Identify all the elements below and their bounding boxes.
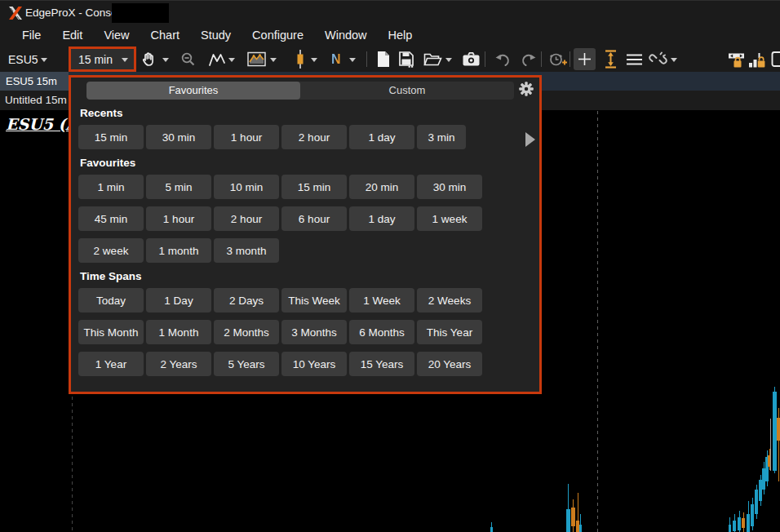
timeframe-option[interactable]: 1 Day — [146, 288, 211, 313]
timeframe-option[interactable]: Today — [78, 288, 144, 313]
open-folder-caret-icon[interactable] — [445, 47, 452, 72]
open-folder-icon[interactable] — [423, 47, 442, 72]
chart-title: ESU5 (A — [6, 115, 78, 133]
timeframe-selector[interactable]: 15 min — [69, 47, 136, 72]
panel-section: Favourites1 min5 min10 min15 min20 min30… — [78, 157, 535, 263]
redo-icon[interactable] — [519, 47, 538, 72]
menu-item-configure[interactable]: Configure — [242, 24, 314, 47]
zoom-out-icon[interactable] — [180, 47, 196, 72]
scale-lock-icon[interactable] — [748, 47, 768, 72]
menu-item-file[interactable]: File — [11, 24, 51, 47]
timeframe-option[interactable]: 15 min — [281, 175, 347, 199]
notes-icon[interactable]: N — [331, 47, 341, 72]
timeframe-option[interactable]: This Year — [417, 320, 482, 344]
timeframe-option[interactable]: 45 min — [78, 206, 144, 231]
timeframe-option[interactable]: 6 Months — [349, 320, 414, 344]
timeframe-option[interactable]: 1 hour — [214, 125, 279, 149]
candle-body — [777, 418, 780, 441]
timeframe-option[interactable]: 30 min — [417, 175, 482, 199]
timeframe-option[interactable]: 20 min — [349, 175, 414, 199]
toolbar-separator — [366, 51, 367, 67]
undo-icon[interactable] — [494, 47, 512, 72]
candle-body — [751, 504, 754, 526]
candle-body — [579, 525, 582, 532]
notes-caret-icon[interactable] — [349, 47, 356, 72]
timeframe-option[interactable]: 1 week — [417, 206, 482, 231]
timeframe-option[interactable]: 30 min — [146, 125, 211, 149]
line-tool-caret-icon[interactable] — [228, 47, 235, 72]
timeframe-option[interactable]: 1 Year — [78, 352, 144, 376]
timeframe-option[interactable]: 15 min — [78, 125, 144, 149]
menu-item-edit[interactable]: Edit — [51, 24, 93, 47]
save-icon[interactable] — [398, 47, 415, 72]
menu-bar: FileEditViewChartStudyConfigureWindowHel… — [0, 24, 780, 47]
tab-custom[interactable]: Custom — [300, 82, 514, 100]
menu-item-help[interactable]: Help — [378, 24, 423, 47]
timeframe-option[interactable]: 2 Weeks — [417, 288, 482, 313]
chart-tab-active[interactable]: ESU5 15m — [0, 72, 69, 91]
timeframe-option[interactable]: 2 Days — [214, 288, 279, 313]
area-chart-caret-icon[interactable] — [270, 47, 277, 72]
panel-section: Time SpansToday1 Day2 DaysThis Week1 Wee… — [78, 270, 535, 376]
timeframe-option[interactable]: 2 week — [78, 238, 144, 263]
pan-lock-icon[interactable] — [727, 47, 747, 72]
candle-body — [729, 525, 731, 532]
timeframe-option[interactable]: 5 min — [146, 175, 211, 199]
candlestick-style-icon[interactable] — [295, 47, 305, 72]
timeframe-option[interactable]: 1 day — [349, 206, 414, 231]
unlink-caret-icon[interactable] — [671, 47, 677, 72]
crosshair-button[interactable] — [574, 48, 596, 70]
menu-item-view[interactable]: View — [93, 24, 140, 47]
timeframe-option[interactable]: This Week — [281, 288, 347, 313]
menu-item-window[interactable]: Window — [314, 24, 378, 47]
symbol-caret-icon[interactable] — [41, 47, 47, 72]
timeframe-option[interactable]: 1 Week — [349, 288, 414, 313]
timeframe-option[interactable]: 10 min — [214, 175, 279, 199]
timeframe-option[interactable]: 2 hour — [281, 125, 347, 149]
alarm-clock-add-icon[interactable] — [548, 47, 568, 72]
timeframe-option[interactable]: 20 Years — [417, 352, 482, 376]
timeframe-caret-icon — [122, 58, 128, 65]
screenshot-camera-icon[interactable] — [462, 47, 481, 72]
unlink-charts-icon[interactable] — [649, 47, 667, 72]
timeframe-option[interactable]: 3 Months — [281, 320, 347, 344]
timeframe-option[interactable]: 2 hour — [214, 206, 279, 231]
fit-vertical-icon[interactable] — [604, 47, 618, 72]
symbol-selector[interactable]: ESU5 — [8, 47, 38, 72]
tab-favourites[interactable]: Favourites — [86, 82, 300, 100]
candle-body — [738, 517, 741, 530]
timeframe-option[interactable]: 3 min — [417, 125, 466, 149]
section-title: Favourites — [80, 157, 535, 169]
timeframe-option[interactable]: 15 Years — [349, 352, 414, 376]
timeframe-option[interactable]: 1 Month — [146, 320, 211, 344]
timeframe-option[interactable]: 10 Years — [281, 352, 347, 376]
timeframe-option[interactable]: 1 month — [146, 238, 211, 263]
timeframe-option[interactable]: 5 Years — [214, 352, 279, 376]
title-bar: EdgeProX - Console — [0, 0, 780, 24]
area-chart-icon[interactable] — [247, 47, 266, 72]
menu-item-chart[interactable]: Chart — [140, 24, 190, 47]
new-document-icon[interactable] — [376, 47, 391, 72]
window-panel-icon[interactable] — [771, 47, 780, 72]
timeframe-option[interactable]: 1 day — [349, 125, 414, 149]
timeframe-option[interactable]: This Month — [78, 320, 144, 344]
scroll-right-arrow-icon[interactable] — [525, 132, 535, 147]
candle-body — [747, 514, 750, 532]
menu-lines-icon[interactable] — [626, 47, 643, 72]
candlestick-caret-icon[interactable] — [311, 47, 317, 72]
candle-wick — [770, 419, 771, 471]
timeframe-option[interactable]: 2 Months — [214, 320, 279, 344]
line-tool-icon[interactable] — [208, 47, 226, 72]
pan-hand-icon[interactable] — [140, 47, 157, 72]
timeframe-panel: Favourites Custom Recents15 min30 min1 h… — [69, 75, 542, 394]
timeframe-option[interactable]: 3 month — [214, 238, 279, 263]
settings-gear-icon[interactable] — [518, 81, 534, 97]
timeframe-option[interactable]: 1 hour — [146, 206, 211, 231]
pan-caret-icon[interactable] — [162, 47, 169, 72]
timeframe-option[interactable]: 1 min — [78, 175, 144, 199]
menu-item-study[interactable]: Study — [190, 24, 242, 47]
redacted-text — [112, 3, 169, 23]
section-title: Recents — [80, 107, 535, 119]
timeframe-option[interactable]: 2 Years — [146, 352, 211, 376]
timeframe-option[interactable]: 6 hour — [281, 206, 347, 231]
